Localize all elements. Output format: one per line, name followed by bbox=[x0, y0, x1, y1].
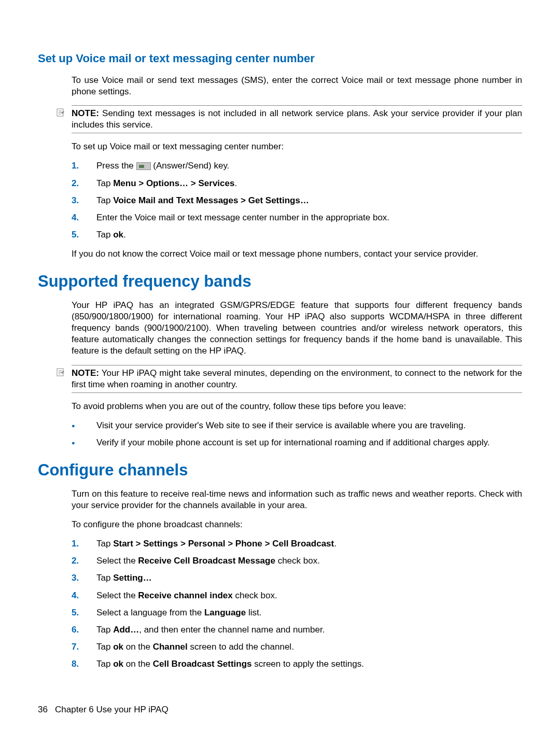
list-item: Visit your service provider's Web site t… bbox=[72, 420, 522, 431]
bold-text: Add… bbox=[113, 625, 139, 635]
text: Tap bbox=[96, 539, 113, 549]
text: on the bbox=[123, 659, 153, 669]
bold-text: Channel bbox=[153, 642, 188, 652]
bold-text: Voice Mail and Text Messages > Get Setti… bbox=[113, 195, 309, 205]
list-item: Select the Receive channel index check b… bbox=[72, 590, 522, 601]
bold-text: ok bbox=[113, 230, 123, 240]
note-prefix: NOTE: bbox=[72, 108, 99, 118]
list-item: Tap Menu > Options… > Services. bbox=[72, 178, 522, 189]
text: Tap bbox=[96, 625, 113, 635]
text: Tap bbox=[96, 659, 113, 669]
text: check box. bbox=[275, 556, 320, 566]
paragraph: To configure the phone broadcast channel… bbox=[72, 519, 522, 530]
list-item: Select the Receive Cell Broadcast Messag… bbox=[72, 555, 522, 567]
list-item: Tap Add…, and then enter the channel nam… bbox=[72, 624, 522, 636]
text: list. bbox=[246, 608, 261, 617]
chapter-label: Chapter 6 Use your HP iPAQ bbox=[55, 705, 169, 714]
page-number: 36 bbox=[38, 705, 48, 714]
bold-text: Menu > Options… > Services bbox=[113, 178, 234, 188]
list-item: Tap Setting… bbox=[72, 572, 522, 584]
answer-send-key-icon bbox=[136, 162, 151, 170]
text: . bbox=[123, 230, 126, 240]
note-prefix: NOTE: bbox=[72, 368, 99, 378]
unordered-list: Visit your service provider's Web site t… bbox=[72, 420, 522, 448]
ordered-list: Tap Start > Settings > Personal > Phone … bbox=[72, 538, 522, 670]
page-footer: 36 Chapter 6 Use your HP iPAQ bbox=[38, 705, 169, 715]
paragraph: Your HP iPAQ has an integrated GSM/GPRS/… bbox=[72, 300, 522, 357]
list-item: Tap ok. bbox=[72, 229, 522, 241]
text: Tap bbox=[96, 573, 113, 583]
text: , and then enter the channel name and nu… bbox=[139, 625, 325, 635]
list-item: Tap ok on the Channel screen to add the … bbox=[72, 641, 522, 653]
paragraph: To set up Voice mail or text messaging c… bbox=[72, 141, 522, 152]
paragraph: To use Voice mail or send text messages … bbox=[72, 75, 522, 97]
note-text: Your HP iPAQ might take several minutes,… bbox=[72, 368, 522, 389]
bold-text: Receive channel index bbox=[138, 591, 232, 600]
note-icon bbox=[56, 368, 65, 379]
text: Select the bbox=[96, 556, 138, 566]
list-item: Tap Voice Mail and Text Messages > Get S… bbox=[72, 195, 522, 206]
note-box: NOTE: Your HP iPAQ might take several mi… bbox=[72, 365, 522, 393]
text: Select the bbox=[96, 591, 138, 600]
text: . bbox=[334, 539, 337, 549]
ordered-list: Press the (Answer/Send) key. Tap Menu > … bbox=[72, 160, 522, 240]
text: Select a language from the bbox=[96, 608, 204, 617]
note-text: Sending text messages is not included in… bbox=[72, 108, 522, 130]
list-item: Tap Start > Settings > Personal > Phone … bbox=[72, 538, 522, 550]
list-item: Tap ok on the Cell Broadcast Settings sc… bbox=[72, 658, 522, 670]
bold-text: Cell Broadcast Settings bbox=[153, 659, 252, 669]
heading-voicemail: Set up Voice mail or text messaging cent… bbox=[38, 52, 522, 65]
list-item: Verify if your mobile phone account is s… bbox=[72, 437, 522, 448]
text: on the bbox=[123, 642, 153, 652]
text: Tap bbox=[96, 230, 113, 240]
text: Tap bbox=[96, 178, 113, 188]
text: screen to apply the settings. bbox=[252, 659, 364, 669]
text: . bbox=[234, 178, 237, 188]
text: Tap bbox=[96, 195, 113, 205]
heading-frequency: Supported frequency bands bbox=[38, 272, 522, 291]
note-box: NOTE: Sending text messages is not inclu… bbox=[72, 105, 522, 133]
paragraph: Turn on this feature to receive real-tim… bbox=[72, 488, 522, 511]
paragraph: If you do not know the correct Voice mai… bbox=[72, 248, 522, 260]
note-icon bbox=[56, 108, 65, 120]
text: (Answer/Send) key. bbox=[151, 161, 230, 171]
heading-channels: Configure channels bbox=[38, 461, 522, 480]
bold-text: Language bbox=[204, 608, 246, 617]
paragraph: To avoid problems when you are out of th… bbox=[72, 401, 522, 412]
bold-text: Setting… bbox=[113, 573, 152, 583]
bold-text: Receive Cell Broadcast Message bbox=[138, 556, 275, 566]
text: screen to add the channel. bbox=[188, 642, 294, 652]
text: Tap bbox=[96, 642, 113, 652]
text: Press the bbox=[96, 161, 136, 171]
bold-text: Start > Settings > Personal > Phone > Ce… bbox=[113, 539, 334, 549]
list-item: Enter the Voice mail or text message cen… bbox=[72, 212, 522, 223]
list-item: Press the (Answer/Send) key. bbox=[72, 160, 522, 172]
bold-text: ok bbox=[113, 659, 123, 669]
bold-text: ok bbox=[113, 642, 123, 652]
list-item: Select a language from the Language list… bbox=[72, 607, 522, 619]
text: check box. bbox=[233, 591, 277, 600]
